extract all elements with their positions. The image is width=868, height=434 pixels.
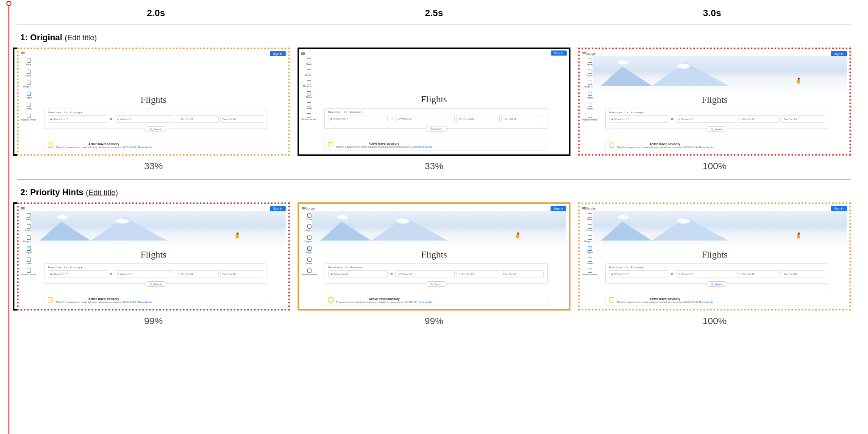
chip-class: Economy <box>631 111 643 114</box>
nav-label: Travel <box>587 218 593 221</box>
nav-label: Hotels <box>26 262 32 265</box>
where-to-input: ◎ Where to? <box>115 270 174 277</box>
nav-label: Vacation rentals <box>582 273 597 276</box>
filmstrip-container: 2.0s 2.5s 3.0s 1: Original (Edit title) … <box>0 0 868 334</box>
flights-screenshot: Google Sign in TravelExploreThings to do… <box>580 49 849 154</box>
travel-advisory: Active travel advisory There's a governm… <box>605 295 828 306</box>
travel-advisory: Active travel advisory There's a governm… <box>324 140 548 151</box>
advisory-body: There's a government travel advisory rel… <box>56 146 152 148</box>
time-header-0: 2.0s <box>17 8 295 19</box>
filmstrip-frame[interactable]: Google Sign in TravelExploreThings to do… <box>298 202 570 311</box>
chip-class: Economy <box>631 266 643 269</box>
nav-icon <box>307 69 311 73</box>
nav-label: Hotels <box>306 262 312 265</box>
page-title: Flights <box>580 249 849 260</box>
trip-chips: Round trip 1 Economy <box>328 266 544 269</box>
time-header-1: 2.5s <box>295 8 573 19</box>
travel-advisory: Active travel advisory There's a governm… <box>44 140 267 151</box>
filmstrip-frame[interactable]: Google Sign in TravelExploreThings to do… <box>578 202 851 311</box>
travel-advisory: Active travel advisory There's a governm… <box>44 295 267 306</box>
where-to-input: ◎ Where to? <box>115 115 174 123</box>
date-to-input: Tue, Oct 26 <box>220 115 263 123</box>
filmstrip-cell: Google Sign in TravelExploreThings to do… <box>17 202 290 331</box>
side-nav-item: Vacation rentals <box>302 269 317 276</box>
search-button: 🔍 Search <box>145 126 166 132</box>
nav-icon <box>307 80 311 84</box>
nav-label: Travel <box>26 218 32 221</box>
date-to-input: Tue, Oct 26 <box>220 270 263 277</box>
filmstrip-row: Google Sign in TravelExploreThings to do… <box>17 48 851 180</box>
swap-icon: ⇄ <box>389 115 394 122</box>
nav-icon <box>27 70 31 74</box>
flights-screenshot: Google Sign in TravelExploreThings to do… <box>299 204 569 309</box>
time-header-2: 3.0s <box>573 8 851 19</box>
hamburger-icon <box>21 52 25 55</box>
nav-label: Travel <box>26 63 32 66</box>
nav-icon <box>307 224 312 229</box>
date-from-input: ▭ Fri, Oct 22 <box>456 270 499 277</box>
chip-roundtrip: Round trip <box>609 111 623 114</box>
side-nav-item: Vacation rentals <box>301 113 316 120</box>
swap-icon: ⇄ <box>670 270 674 277</box>
trip-chips: Round trip 1 Economy <box>48 111 263 114</box>
nav-label: Travel <box>306 63 312 65</box>
where-from-input: ◉ Where from? <box>48 270 107 277</box>
page-title: Flights <box>299 249 569 260</box>
date-to-input: Tue, Oct 26 <box>782 115 824 123</box>
nav-icon <box>588 70 592 74</box>
filmstrip-row: Google Sign in TravelExploreThings to do… <box>17 202 851 334</box>
advisory-body: There's a government travel advisory rel… <box>617 301 713 303</box>
search-card: Round trip 1 Economy ◉ Where from? ⇄ ◎ W… <box>605 109 828 129</box>
nav-label: Vacation rentals <box>21 273 36 276</box>
edit-title-link[interactable]: (Edit title) <box>65 34 97 42</box>
advisory-title: Active travel advisory <box>617 297 713 300</box>
advisory-link: More details <box>138 301 152 303</box>
date-from-input: ▭ Fri, Oct 22 <box>176 115 219 123</box>
nav-icon <box>27 235 31 240</box>
advisory-link: More details <box>699 301 713 303</box>
filmstrip-cell: Google Sign in TravelExploreThings to do… <box>298 202 570 331</box>
nav-icon <box>588 224 592 229</box>
visual-progress-percent: 100% <box>578 316 851 327</box>
chip-passengers: 1 <box>625 111 629 114</box>
edit-title-link[interactable]: (Edit title) <box>86 188 118 197</box>
advisory-title: Active travel advisory <box>617 143 713 146</box>
hamburger-icon <box>582 52 586 55</box>
nav-icon <box>27 81 31 85</box>
chip-passengers: 1 <box>345 266 348 269</box>
chip-roundtrip: Round trip <box>48 111 61 114</box>
timeline-marker <box>6 1 11 6</box>
filmstrip-frame[interactable]: Google Sign in TravelExploreThings to do… <box>17 48 290 156</box>
search-button: 🔍 Search <box>145 281 166 287</box>
side-nav-item: Vacation rentals <box>21 114 36 121</box>
filmstrip-frame[interactable]: Google Sign in TravelExploreThings to do… <box>578 48 851 156</box>
google-logo: Google <box>586 207 595 210</box>
filmstrip-frame[interactable]: Google Sign in TravelExploreThings to do… <box>17 202 290 311</box>
where-from-input: ◉ Where from? <box>609 115 668 123</box>
advisory-link: More details <box>138 146 152 148</box>
page-title: Flights <box>19 249 288 260</box>
filmstrip-frame[interactable]: Google Sign in TravelExploreThings to do… <box>298 48 570 156</box>
side-nav-item: Vacation rentals <box>582 269 597 276</box>
nav-label: Hotels <box>306 107 312 109</box>
hamburger-icon <box>582 207 586 210</box>
side-nav-item: Vacation rentals <box>21 269 36 276</box>
google-logo: Google <box>586 52 595 56</box>
date-from-input: ▭ Fri, Oct 22 <box>456 115 499 122</box>
chip-roundtrip: Round trip <box>328 111 342 113</box>
nav-label: Travel <box>587 63 593 66</box>
visual-progress-percent: 100% <box>578 161 851 172</box>
nav-icon <box>27 114 31 118</box>
visual-progress-percent: 99% <box>298 316 570 327</box>
row-title: Priority Hints <box>30 188 83 197</box>
hero-image <box>593 56 847 94</box>
nav-label: Vacation rentals <box>302 273 317 276</box>
hero-image <box>593 211 847 249</box>
nav-icon <box>27 224 31 229</box>
hamburger-icon <box>302 207 305 210</box>
nav-icon <box>588 213 592 218</box>
nav-icon <box>588 114 592 118</box>
nav-icon <box>588 59 592 63</box>
trip-chips: Round trip 1 Economy <box>609 266 824 269</box>
where-to-input: ◎ Where to? <box>395 115 455 122</box>
